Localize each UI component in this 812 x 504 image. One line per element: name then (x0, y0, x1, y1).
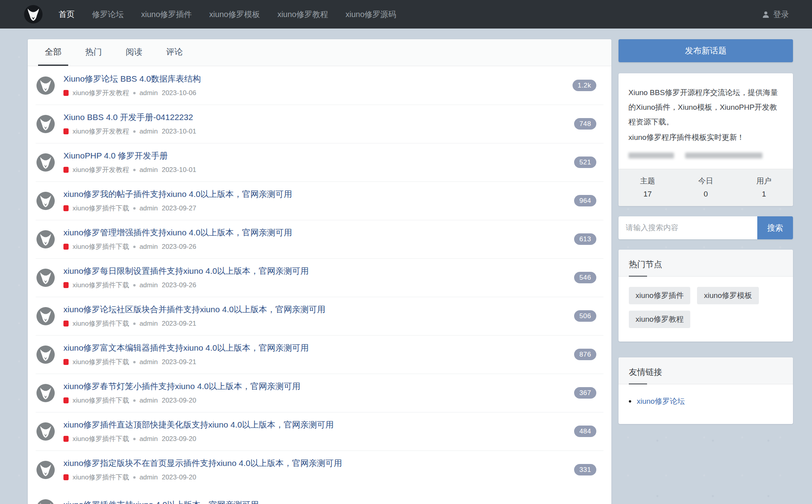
tab[interactable]: 阅读 (119, 39, 149, 66)
nav-item[interactable]: xiuno修罗模板 (209, 9, 260, 20)
stat-value: 17 (619, 190, 677, 199)
new-topic-button[interactable]: 发布新话题 (619, 39, 793, 62)
thread-category[interactable]: xiuno修罗插件下载 (73, 396, 129, 405)
thread-tabs: 全部 热门 阅读 评论 (28, 39, 611, 66)
thread-date: 2023-09-20 (162, 397, 196, 405)
thread-meta: xiuno修罗开发教程 admin 2023-10-01 (63, 165, 574, 174)
nav-item[interactable]: xiuno修罗插件 (141, 9, 192, 20)
search-button[interactable]: 搜索 (757, 216, 793, 239)
thread-body: Xiuno修罗论坛 BBS 4.0数据库表结构 xiuno修罗开发教程 admi… (63, 73, 573, 97)
category-color-icon (63, 436, 69, 442)
thread-row[interactable]: XiunoPHP 4.0 修罗开发手册 xiuno修罗开发教程 admin 20… (28, 143, 611, 181)
thread-category[interactable]: xiuno修罗插件下载 (73, 357, 129, 367)
category-color-icon (63, 205, 69, 211)
thread-title[interactable]: xiuno修罗插件直达顶部快捷美化版支持xiuno 4.0以上版本，官网亲测可用 (63, 419, 574, 430)
page-layout: 全部 热门 阅读 评论 (0, 29, 812, 504)
meta-separator-dot (133, 438, 136, 440)
link-item: xiuno修罗论坛 (629, 396, 783, 407)
search-input[interactable] (619, 216, 757, 239)
nav-item[interactable]: 首页 (59, 9, 75, 20)
reply-count-badge: 1.2k (573, 80, 596, 91)
node-tag[interactable]: xiuno修罗教程 (629, 311, 690, 328)
thread-author[interactable]: admin (140, 358, 158, 366)
nav-item[interactable]: xiuno修罗源码 (345, 9, 396, 20)
search-bar: 搜索 (619, 216, 793, 239)
thread-title[interactable]: xiuno修罗指定版块不在首页显示插件支持xiuno 4.0以上版本，官网亲测可… (63, 458, 574, 469)
thread-category[interactable]: xiuno修罗插件下载 (73, 434, 129, 443)
tab[interactable]: 全部 (38, 39, 68, 66)
node-tag[interactable]: xiuno修罗插件 (629, 287, 690, 304)
thread-author[interactable]: admin (140, 435, 158, 443)
thread-row[interactable]: Xiuno修罗论坛 BBS 4.0数据库表结构 xiuno修罗开发教程 admi… (28, 66, 611, 105)
thread-date: 2023-09-20 (162, 473, 196, 481)
thread-body: xiuno修罗每日限制设置插件支持xiuno 4.0以上版本，官网亲测可用 xi… (63, 265, 574, 290)
thread-meta: xiuno修罗插件下载 admin 2023-09-20 (63, 473, 574, 482)
thread-author[interactable]: admin (140, 243, 158, 251)
thread-row[interactable]: xiuno修罗指定版块不在首页显示插件支持xiuno 4.0以上版本，官网亲测可… (28, 451, 611, 489)
thread-title[interactable]: Xiuno修罗论坛 BBS 4.0数据库表结构 (63, 73, 573, 84)
thread-title[interactable]: xiuno修罗富文本编辑器插件支持xiuno 4.0以上版本，官网亲测可用 (63, 342, 574, 353)
tab[interactable]: 热门 (79, 39, 109, 66)
thread-category[interactable]: xiuno修罗插件下载 (73, 281, 129, 290)
thread-row[interactable]: xiuno修罗富文本编辑器插件支持xiuno 4.0以上版本，官网亲测可用 xi… (28, 335, 611, 374)
thread-title[interactable]: xiuno修罗我的帖子插件支持xiuno 4.0以上版本，官网亲测可用 (63, 189, 574, 200)
avatar (36, 422, 55, 441)
stat-item: 主题 17 (619, 176, 677, 199)
meta-separator-dot (133, 207, 136, 210)
thread-meta: xiuno修罗开发教程 admin 2023-10-01 (63, 127, 574, 136)
category-color-icon (63, 282, 69, 288)
thread-category[interactable]: xiuno修罗插件下载 (73, 204, 129, 213)
thread-body: xiuno修罗管理增强插件支持xiuno 4.0以上版本，官网亲测可用 xiun… (63, 227, 574, 251)
thread-author[interactable]: admin (140, 281, 158, 289)
thread-category[interactable]: xiuno修罗插件下载 (73, 319, 129, 328)
nav-item[interactable]: xiuno修罗教程 (278, 9, 328, 20)
reply-count-badge: 613 (574, 233, 596, 245)
friend-link[interactable]: xiuno修罗论坛 (637, 396, 685, 407)
thread-row[interactable]: xiuno修罗我的帖子插件支持xiuno 4.0以上版本，官网亲测可用 xiun… (28, 181, 611, 220)
thread-row[interactable]: xiuno修罗论坛社区版块合并插件支持xiuno 4.0以上版本，官网亲测可用 … (28, 297, 611, 335)
thread-title[interactable]: xiuno修罗论坛社区版块合并插件支持xiuno 4.0以上版本，官网亲测可用 (63, 304, 574, 315)
thread-author[interactable]: admin (140, 473, 158, 481)
thread-category[interactable]: xiuno修罗插件下载 (73, 473, 129, 482)
thread-row[interactable]: xiuno修罗管理增强插件支持xiuno 4.0以上版本，官网亲测可用 xiun… (28, 220, 611, 258)
thread-meta: xiuno修罗插件下载 admin 2023-09-26 (63, 281, 574, 290)
thread-title[interactable]: xiuno修罗每日限制设置插件支持xiuno 4.0以上版本，官网亲测可用 (63, 265, 574, 277)
thread-title[interactable]: XiunoPHP 4.0 修罗开发手册 (63, 150, 574, 161)
tab[interactable]: 评论 (159, 39, 190, 66)
thread-author[interactable]: admin (140, 397, 158, 405)
thread-title[interactable]: Xiuno BBS 4.0 开发手册-04122232 (63, 112, 574, 123)
thread-meta: xiuno修罗开发教程 admin 2023-10-06 (63, 88, 573, 97)
thread-row[interactable]: xiuno修罗每日限制设置插件支持xiuno 4.0以上版本，官网亲测可用 xi… (28, 258, 611, 297)
hot-nodes-card: 热门节点 xiuno修罗插件 xiuno修罗模板 xiuno修罗教程 (619, 250, 793, 342)
stat-label: 今日 (677, 176, 735, 186)
thread-author[interactable]: admin (140, 204, 158, 212)
reply-count-badge: 484 (574, 426, 596, 437)
thread-author[interactable]: admin (140, 128, 158, 136)
thread-author[interactable]: admin (140, 89, 158, 97)
thread-body: Xiuno BBS 4.0 开发手册-04122232 xiuno修罗开发教程 … (63, 112, 574, 136)
thread-row-partial[interactable]: xiuno修罗插件支持xiuno 4.0以上版本，官网亲测可用 (28, 489, 611, 504)
thread-category[interactable]: xiuno修罗开发教程 (73, 165, 129, 174)
login-button[interactable]: 登录 (762, 9, 789, 20)
thread-row[interactable]: xiuno修罗插件直达顶部快捷美化版支持xiuno 4.0以上版本，官网亲测可用… (28, 412, 611, 451)
thread-title[interactable]: xiuno修罗插件支持xiuno 4.0以上版本，官网亲测可用 (63, 499, 596, 504)
thread-category[interactable]: xiuno修罗开发教程 (73, 88, 129, 97)
avatar (36, 384, 55, 402)
thread-meta: xiuno修罗插件下载 admin 2023-09-20 (63, 434, 574, 443)
meta-separator-dot (133, 399, 136, 402)
node-tag[interactable]: xiuno修罗模板 (697, 287, 758, 304)
thread-date: 2023-10-01 (162, 128, 196, 136)
thread-author[interactable]: admin (140, 320, 158, 328)
category-color-icon (63, 90, 69, 96)
thread-category[interactable]: xiuno修罗开发教程 (73, 127, 129, 136)
site-logo-icon[interactable] (24, 5, 43, 24)
thread-row[interactable]: Xiuno BBS 4.0 开发手册-04122232 xiuno修罗开发教程 … (28, 105, 611, 143)
bullet-icon (629, 400, 631, 403)
thread-row[interactable]: xiuno修罗春节灯笼小插件支持xiuno 4.0以上版本，官网亲测可用 xiu… (28, 374, 611, 412)
thread-title[interactable]: xiuno修罗春节灯笼小插件支持xiuno 4.0以上版本，官网亲测可用 (63, 381, 574, 392)
thread-title[interactable]: xiuno修罗管理增强插件支持xiuno 4.0以上版本，官网亲测可用 (63, 227, 574, 238)
thread-category[interactable]: xiuno修罗插件下载 (73, 242, 129, 251)
reply-count-badge: 964 (574, 195, 596, 206)
thread-author[interactable]: admin (140, 166, 158, 174)
nav-item[interactable]: 修罗论坛 (92, 9, 124, 20)
